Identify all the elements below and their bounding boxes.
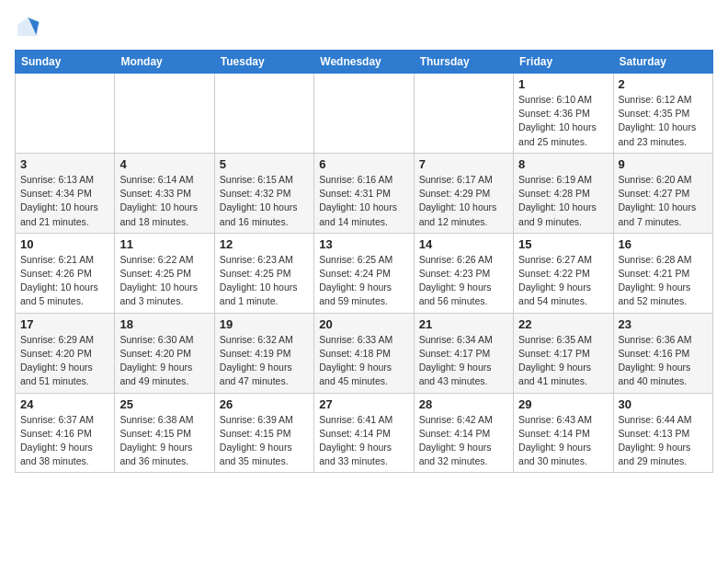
day-number: 17: [20, 317, 109, 331]
calendar-cell: [314, 74, 414, 154]
day-info: Sunrise: 6:12 AM Sunset: 4:35 PM Dayligh…: [619, 93, 708, 149]
calendar-cell: 30Sunrise: 6:44 AM Sunset: 4:13 PM Dayli…: [613, 393, 712, 473]
logo-icon: [15, 15, 40, 40]
calendar-cell: [214, 74, 313, 154]
day-info: Sunrise: 6:28 AM Sunset: 4:21 PM Dayligh…: [619, 253, 708, 309]
day-info: Sunrise: 6:33 AM Sunset: 4:18 PM Dayligh…: [319, 333, 408, 389]
calendar-week-2: 3Sunrise: 6:13 AM Sunset: 4:34 PM Daylig…: [16, 153, 713, 233]
day-info: Sunrise: 6:10 AM Sunset: 4:36 PM Dayligh…: [518, 93, 608, 149]
calendar-header-saturday: Saturday: [613, 51, 712, 74]
calendar-header-wednesday: Wednesday: [314, 51, 414, 74]
day-number: 5: [220, 157, 309, 171]
calendar-cell: 28Sunrise: 6:42 AM Sunset: 4:14 PM Dayli…: [414, 393, 513, 473]
day-number: 8: [518, 157, 608, 171]
day-info: Sunrise: 6:25 AM Sunset: 4:24 PM Dayligh…: [319, 253, 408, 309]
calendar-cell: 7Sunrise: 6:17 AM Sunset: 4:29 PM Daylig…: [414, 153, 513, 233]
day-number: 20: [319, 317, 408, 331]
calendar-header-sunday: Sunday: [16, 51, 115, 74]
calendar-cell: 6Sunrise: 6:16 AM Sunset: 4:31 PM Daylig…: [314, 153, 414, 233]
calendar-cell: 14Sunrise: 6:26 AM Sunset: 4:23 PM Dayli…: [414, 233, 513, 313]
day-info: Sunrise: 6:17 AM Sunset: 4:29 PM Dayligh…: [419, 173, 508, 229]
day-number: 26: [220, 397, 309, 411]
calendar-header-monday: Monday: [115, 51, 214, 74]
calendar-cell: [16, 74, 115, 154]
calendar-cell: 1Sunrise: 6:10 AM Sunset: 4:36 PM Daylig…: [514, 74, 613, 154]
day-info: Sunrise: 6:26 AM Sunset: 4:23 PM Dayligh…: [419, 253, 508, 309]
day-number: 13: [319, 237, 408, 251]
day-info: Sunrise: 6:21 AM Sunset: 4:26 PM Dayligh…: [20, 253, 109, 309]
day-info: Sunrise: 6:22 AM Sunset: 4:25 PM Dayligh…: [119, 253, 209, 309]
day-info: Sunrise: 6:35 AM Sunset: 4:17 PM Dayligh…: [518, 333, 608, 389]
day-number: 9: [619, 157, 708, 171]
day-info: Sunrise: 6:42 AM Sunset: 4:14 PM Dayligh…: [419, 413, 508, 469]
calendar-cell: [414, 74, 513, 154]
calendar-cell: 13Sunrise: 6:25 AM Sunset: 4:24 PM Dayli…: [314, 233, 414, 313]
day-number: 16: [619, 237, 708, 251]
calendar-cell: 19Sunrise: 6:32 AM Sunset: 4:19 PM Dayli…: [214, 313, 313, 393]
calendar-cell: 16Sunrise: 6:28 AM Sunset: 4:21 PM Dayli…: [613, 233, 712, 313]
calendar-cell: 17Sunrise: 6:29 AM Sunset: 4:20 PM Dayli…: [16, 313, 115, 393]
day-number: 23: [619, 317, 708, 331]
day-number: 11: [119, 237, 209, 251]
calendar-cell: [115, 74, 214, 154]
day-number: 25: [119, 397, 209, 411]
calendar-cell: 11Sunrise: 6:22 AM Sunset: 4:25 PM Dayli…: [115, 233, 214, 313]
day-number: 22: [518, 317, 608, 331]
day-number: 18: [119, 317, 209, 331]
day-info: Sunrise: 6:30 AM Sunset: 4:20 PM Dayligh…: [119, 333, 209, 389]
calendar-cell: 24Sunrise: 6:37 AM Sunset: 4:16 PM Dayli…: [16, 393, 115, 473]
calendar-cell: 5Sunrise: 6:15 AM Sunset: 4:32 PM Daylig…: [214, 153, 313, 233]
calendar-cell: 20Sunrise: 6:33 AM Sunset: 4:18 PM Dayli…: [314, 313, 414, 393]
calendar-cell: 3Sunrise: 6:13 AM Sunset: 4:34 PM Daylig…: [16, 153, 115, 233]
day-number: 28: [419, 397, 508, 411]
day-info: Sunrise: 6:16 AM Sunset: 4:31 PM Dayligh…: [319, 173, 408, 229]
calendar-cell: 8Sunrise: 6:19 AM Sunset: 4:28 PM Daylig…: [514, 153, 613, 233]
calendar-header-friday: Friday: [514, 51, 613, 74]
day-info: Sunrise: 6:34 AM Sunset: 4:17 PM Dayligh…: [419, 333, 508, 389]
day-number: 29: [518, 397, 608, 411]
calendar-cell: 18Sunrise: 6:30 AM Sunset: 4:20 PM Dayli…: [115, 313, 214, 393]
calendar-week-3: 10Sunrise: 6:21 AM Sunset: 4:26 PM Dayli…: [16, 233, 713, 313]
calendar-cell: 25Sunrise: 6:38 AM Sunset: 4:15 PM Dayli…: [115, 393, 214, 473]
calendar-cell: 21Sunrise: 6:34 AM Sunset: 4:17 PM Dayli…: [414, 313, 513, 393]
day-info: Sunrise: 6:14 AM Sunset: 4:33 PM Dayligh…: [119, 173, 209, 229]
day-number: 27: [319, 397, 408, 411]
day-number: 30: [619, 397, 708, 411]
calendar-header-row: SundayMondayTuesdayWednesdayThursdayFrid…: [16, 51, 713, 74]
day-info: Sunrise: 6:23 AM Sunset: 4:25 PM Dayligh…: [220, 253, 309, 309]
day-info: Sunrise: 6:39 AM Sunset: 4:15 PM Dayligh…: [220, 413, 309, 469]
calendar-cell: 9Sunrise: 6:20 AM Sunset: 4:27 PM Daylig…: [613, 153, 712, 233]
calendar-week-5: 24Sunrise: 6:37 AM Sunset: 4:16 PM Dayli…: [16, 393, 713, 473]
logo: [15, 15, 44, 40]
day-number: 14: [419, 237, 508, 251]
day-info: Sunrise: 6:29 AM Sunset: 4:20 PM Dayligh…: [20, 333, 109, 389]
day-info: Sunrise: 6:38 AM Sunset: 4:15 PM Dayligh…: [119, 413, 209, 469]
day-info: Sunrise: 6:19 AM Sunset: 4:28 PM Dayligh…: [518, 173, 608, 229]
day-number: 15: [518, 237, 608, 251]
day-number: 24: [20, 397, 109, 411]
day-number: 12: [220, 237, 309, 251]
day-info: Sunrise: 6:13 AM Sunset: 4:34 PM Dayligh…: [20, 173, 109, 229]
calendar-week-4: 17Sunrise: 6:29 AM Sunset: 4:20 PM Dayli…: [16, 313, 713, 393]
calendar-body: 1Sunrise: 6:10 AM Sunset: 4:36 PM Daylig…: [16, 74, 713, 473]
page-header: [15, 15, 713, 40]
day-number: 21: [419, 317, 508, 331]
calendar-week-1: 1Sunrise: 6:10 AM Sunset: 4:36 PM Daylig…: [16, 74, 713, 154]
day-info: Sunrise: 6:15 AM Sunset: 4:32 PM Dayligh…: [220, 173, 309, 229]
day-number: 10: [20, 237, 109, 251]
day-number: 7: [419, 157, 508, 171]
day-info: Sunrise: 6:41 AM Sunset: 4:14 PM Dayligh…: [319, 413, 408, 469]
calendar-cell: 4Sunrise: 6:14 AM Sunset: 4:33 PM Daylig…: [115, 153, 214, 233]
calendar-cell: 27Sunrise: 6:41 AM Sunset: 4:14 PM Dayli…: [314, 393, 414, 473]
day-info: Sunrise: 6:32 AM Sunset: 4:19 PM Dayligh…: [220, 333, 309, 389]
calendar-header-tuesday: Tuesday: [214, 51, 313, 74]
day-number: 19: [220, 317, 309, 331]
calendar-cell: 26Sunrise: 6:39 AM Sunset: 4:15 PM Dayli…: [214, 393, 313, 473]
day-number: 6: [319, 157, 408, 171]
day-number: 1: [518, 77, 608, 91]
day-info: Sunrise: 6:20 AM Sunset: 4:27 PM Dayligh…: [619, 173, 708, 229]
day-info: Sunrise: 6:44 AM Sunset: 4:13 PM Dayligh…: [619, 413, 708, 469]
day-info: Sunrise: 6:27 AM Sunset: 4:22 PM Dayligh…: [518, 253, 608, 309]
day-info: Sunrise: 6:37 AM Sunset: 4:16 PM Dayligh…: [20, 413, 109, 469]
calendar-cell: 22Sunrise: 6:35 AM Sunset: 4:17 PM Dayli…: [514, 313, 613, 393]
